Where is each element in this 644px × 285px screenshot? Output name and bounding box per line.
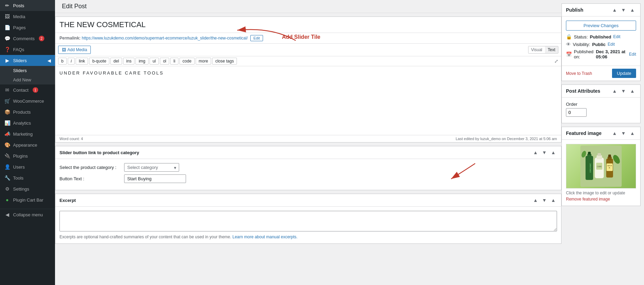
sidebar-item-marketing[interactable]: 📣 Marketing: [0, 128, 55, 139]
visibility-row: 👁 Visibility: Public Edit: [566, 42, 636, 47]
sidebar-item-plugin-cart-bar[interactable]: ● Plugin Cart Bar: [0, 194, 55, 205]
toolbar-right: Visual Text: [528, 46, 558, 54]
fmt-btn-b-quote[interactable]: b-quote: [89, 58, 109, 65]
editor-content-area[interactable]: UNDER FAVOURABLE CARE TOOLS: [55, 66, 561, 135]
settings-icon: ⚙: [4, 186, 10, 192]
fmt-btn-i[interactable]: i: [68, 58, 75, 65]
remove-featured-image-button[interactable]: Remove featured image: [566, 197, 610, 202]
sidebar-item-posts[interactable]: ✏ Posts: [0, 0, 55, 11]
product-category-label: Select the product category :: [59, 165, 121, 170]
meta-collapse-down-btn[interactable]: ▼: [541, 149, 548, 156]
submenu-sliders[interactable]: Sliders: [0, 66, 55, 75]
permalink-edit-button[interactable]: Edit: [250, 35, 263, 41]
featured-image-controls: ▲ ▼ ▲: [611, 130, 636, 137]
status-value: Published: [590, 34, 611, 39]
sidebar-item-plugins[interactable]: 🔌 Plugins: [0, 150, 55, 161]
featured-img-close-btn[interactable]: ▲: [629, 130, 636, 137]
text-tab[interactable]: Text: [545, 46, 558, 53]
sidebar-item-pages[interactable]: 📄 Pages: [0, 22, 55, 33]
excerpt-close-btn[interactable]: ▲: [549, 197, 557, 204]
fmt-btn-img[interactable]: img: [135, 58, 148, 65]
edit-post-header: Edit Post: [55, 0, 561, 13]
publish-close-btn[interactable]: ▲: [629, 7, 636, 13]
featured-image-thumbnail[interactable]: ORGANIC CARE: [566, 144, 636, 189]
post-attr-collapse-down-btn[interactable]: ▼: [620, 88, 627, 94]
status-label: Status:: [574, 34, 588, 39]
excerpt-textarea[interactable]: [59, 211, 557, 231]
sidebar-item-contact[interactable]: ✉ Contact 1: [0, 84, 55, 95]
featured-img-collapse-up-btn[interactable]: ▲: [611, 130, 618, 137]
sidebar-item-appearance[interactable]: 🎨 Appearance: [0, 139, 55, 150]
sidebar-item-users[interactable]: 👤 Users: [0, 161, 55, 172]
fmt-btn-ol[interactable]: ol: [160, 58, 169, 65]
featured-image-panel: Featured image ▲ ▼ ▲: [561, 127, 641, 206]
excerpt-section-body: Excerpts are optional hand-crafted summa…: [55, 207, 561, 243]
sidebar-item-comments[interactable]: 💬 Comments 2: [0, 33, 55, 44]
svg-text:NATUR: NATUR: [607, 165, 612, 167]
fmt-btn-ins[interactable]: ins: [123, 58, 134, 65]
sidebar-item-settings[interactable]: ⚙ Settings: [0, 183, 55, 194]
sidebar-item-products[interactable]: 📦 Products: [0, 106, 55, 117]
excerpt-learn-more-link[interactable]: Learn more about manual excerpts.: [232, 235, 297, 239]
fmt-btn-code[interactable]: code: [179, 58, 195, 65]
published-on-edit-link[interactable]: Edit: [629, 52, 636, 57]
order-input[interactable]: [566, 108, 587, 117]
publish-panel-footer: Move to Trash Update: [562, 66, 640, 81]
excerpt-meta-box-controls: ▲ ▼ ▲: [532, 197, 557, 204]
svg-text:AL: AL: [609, 167, 611, 169]
fmt-btn-link[interactable]: link: [76, 58, 88, 65]
last-edited: Last edited by luzuk_demo on December 3,…: [456, 137, 557, 141]
post-attr-collapse-up-btn[interactable]: ▲: [611, 88, 618, 94]
update-button[interactable]: Update: [612, 69, 636, 78]
preview-changes-button[interactable]: Preview Changes: [566, 21, 636, 31]
sidebar-item-woocommerce[interactable]: 🛒 WooCommerce: [0, 95, 55, 106]
order-label: Order: [566, 102, 636, 107]
sidebar-item-sliders[interactable]: ▶ Sliders ◀: [0, 55, 55, 66]
status-edit-link[interactable]: Edit: [613, 34, 621, 39]
marketing-icon: 📣: [4, 131, 10, 137]
svg-text:ORGANIC: ORGANIC: [589, 163, 591, 173]
fmt-btn-ul[interactable]: ul: [150, 58, 159, 65]
visibility-edit-link[interactable]: Edit: [608, 42, 615, 47]
sliders-arrow-icon: ◀: [47, 58, 51, 63]
select-wrapper: Select category: [124, 163, 179, 172]
meta-close-btn[interactable]: ▲: [549, 149, 557, 156]
sidebar-item-faqs[interactable]: ❓ FAQs: [0, 44, 55, 55]
sliders-icon: ▶: [4, 58, 10, 63]
editor-text: UNDER FAVOURABLE CARE TOOLS: [59, 70, 164, 76]
add-media-button[interactable]: 🖼 Add Media: [58, 46, 91, 54]
submenu-add-new[interactable]: Add New: [0, 75, 55, 84]
button-text-input[interactable]: [124, 174, 186, 183]
meta-collapse-up-btn[interactable]: ▲: [532, 149, 539, 156]
fmt-btn-del[interactable]: del: [110, 58, 122, 65]
excerpt-collapse-up-btn[interactable]: ▲: [532, 197, 539, 204]
featured-image-body: ORGANIC CARE: [562, 140, 640, 206]
publish-collapse-down-btn[interactable]: ▼: [620, 7, 627, 13]
button-text-field-row: Button Text :: [59, 174, 557, 183]
permalink-url[interactable]: https://www.luzukdemo.com/demo/supermart…: [82, 36, 248, 41]
publish-collapse-up-btn[interactable]: ▲: [611, 7, 618, 13]
sidebar-item-tools[interactable]: 🔧 Tools: [0, 172, 55, 183]
fmt-btn-li[interactable]: li: [170, 58, 178, 65]
excerpt-section-header: Excerpt ▲ ▼ ▲: [55, 194, 561, 207]
excerpt-collapse-down-btn[interactable]: ▼: [541, 197, 548, 204]
contact-icon: ✉: [4, 87, 10, 93]
post-attr-close-btn[interactable]: ▲: [629, 88, 636, 94]
published-on-value: Dec 3, 2021 at 05:06: [596, 49, 627, 59]
post-title-input[interactable]: [55, 17, 561, 33]
fmt-btn-close-tags[interactable]: close tags: [212, 58, 237, 65]
featured-image-header: Featured image ▲ ▼ ▲: [562, 127, 640, 140]
visual-tab[interactable]: Visual: [528, 46, 545, 53]
fmt-btn-more[interactable]: more: [196, 58, 211, 65]
move-to-trash-button[interactable]: Move to Trash: [566, 71, 592, 76]
sidebar-item-media[interactable]: 🖼 Media: [0, 11, 55, 22]
product-category-select[interactable]: Select category: [124, 163, 179, 172]
collapse-menu[interactable]: ◀ Collapse menu: [0, 209, 55, 220]
expand-icon[interactable]: ⤢: [554, 58, 558, 64]
button-text-label: Button Text :: [59, 176, 121, 181]
post-attributes-title: Post Attributes: [566, 88, 600, 94]
sidebar-item-analytics[interactable]: 📊 Analytics: [0, 117, 55, 128]
featured-img-collapse-down-btn[interactable]: ▼: [620, 130, 627, 137]
posts-icon: ✏: [4, 3, 10, 8]
fmt-btn-b[interactable]: b: [58, 58, 67, 65]
